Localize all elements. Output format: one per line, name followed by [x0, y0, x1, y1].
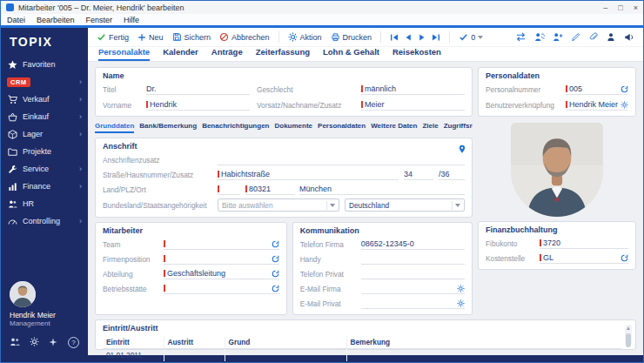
vorname-input[interactable]: Hendrik [146, 99, 250, 111]
cell-bemerkung[interactable] [346, 349, 621, 362]
menu-bearbeiten[interactable]: Bearbeiten [37, 16, 75, 24]
sidebar-item-projekte[interactable]: Projekte [1, 143, 88, 160]
column-header-bemerkung[interactable]: Bemerkung [346, 336, 621, 349]
sidebar-item-controlling[interactable]: Controlling › [1, 212, 88, 230]
team-input[interactable] [164, 239, 279, 250]
megaphone-icon[interactable] [624, 32, 634, 42]
abbrechen-button[interactable]: Abbrechen [219, 32, 270, 42]
record-check-counter[interactable]: 0 [459, 32, 483, 42]
hausnummer-zusatz-input[interactable]: /36 [439, 169, 465, 180]
benutzer-input[interactable]: Hendrik Meier [566, 99, 628, 111]
sidebar-item-favoriten[interactable]: Favoriten [1, 56, 88, 73]
plz-input[interactable]: 80321 [245, 184, 294, 195]
menu-hilfe[interactable]: Hilfe [124, 16, 139, 24]
minimize-button[interactable]: – [603, 3, 607, 12]
cell-eintritt[interactable]: 01.01.2011 [103, 349, 164, 362]
column-header-grund[interactable]: Grund [225, 336, 346, 349]
history-icon[interactable] [621, 85, 628, 93]
history-icon[interactable] [621, 254, 628, 262]
drucken-button[interactable]: Drucken [331, 32, 372, 42]
sidebar-item-crm[interactable]: CRM › [1, 73, 88, 91]
swap-icon[interactable] [515, 32, 527, 42]
tab-personalakte[interactable]: Personalakte [98, 47, 150, 61]
email-privat-input[interactable] [361, 298, 465, 309]
kostenstelle-input[interactable]: GL [540, 252, 628, 264]
table-row[interactable]: 01.01.2011 [103, 349, 621, 362]
column-header-austritt[interactable]: Austritt [164, 336, 225, 349]
user-avatar[interactable] [10, 281, 36, 307]
paperclip-icon[interactable] [588, 32, 598, 42]
handy-input[interactable] [361, 253, 465, 265]
next-record-icon[interactable] [418, 33, 426, 42]
anschriftenzusatz-input[interactable] [218, 154, 465, 165]
first-record-icon[interactable] [390, 33, 399, 42]
sidebar-item-einkauf[interactable]: Einkauf › [1, 108, 88, 125]
betriebsstaette-input[interactable] [164, 283, 279, 294]
history-icon[interactable] [272, 240, 279, 248]
email-firma-input[interactable] [361, 283, 465, 294]
land-input[interactable] [218, 184, 240, 195]
cell-grund[interactable] [225, 349, 346, 362]
sidebar-item-lager[interactable]: Lager › [1, 125, 88, 143]
hausnummer-input[interactable]: 34 [404, 169, 433, 180]
employee-photo[interactable] [511, 123, 603, 217]
last-record-icon[interactable] [432, 33, 440, 42]
sidebar-item-hr[interactable]: HR [1, 195, 88, 212]
tab-lohn-gehalt[interactable]: Lohn & Gehalt [323, 47, 379, 61]
tab-grunddaten[interactable]: Grunddaten [95, 122, 134, 133]
tab-kalender[interactable]: Kalender [163, 47, 198, 61]
close-button[interactable]: × [634, 3, 638, 12]
scrollbar-thumb[interactable] [626, 333, 631, 347]
bundesland-select[interactable]: Bitte auswählen [218, 198, 339, 212]
history-icon[interactable] [272, 255, 279, 263]
menu-datei[interactable]: Datei [7, 16, 25, 24]
tab-dokumente[interactable]: Dokumente [274, 122, 312, 133]
sidebar-item-service[interactable]: Service › [1, 160, 88, 178]
tab-zugriffsrechte[interactable]: Zugriffsrechte [444, 122, 473, 133]
sidebar-item-finance[interactable]: Finance › [1, 178, 88, 195]
telefon-privat-input[interactable] [361, 268, 465, 279]
firmenposition-input[interactable] [164, 253, 279, 265]
gear-icon[interactable] [621, 101, 628, 109]
geschlecht-input[interactable]: männlich [361, 84, 465, 95]
map-pin-icon[interactable] [458, 142, 466, 158]
ort-input[interactable]: München [299, 184, 465, 195]
sidebar-item-verkauf[interactable]: Verkauf › [1, 91, 88, 108]
tab-ziele[interactable]: Ziele [422, 122, 438, 133]
tab-zeiterfassung[interactable]: Zeiterfassung [256, 47, 310, 61]
user-plus-icon[interactable] [553, 32, 563, 42]
user-icon[interactable] [606, 32, 616, 42]
aktion-button[interactable]: Aktion [288, 32, 322, 42]
column-header-eintritt[interactable]: Eintritt [103, 336, 164, 349]
nachname-input[interactable]: Meier [361, 99, 465, 111]
personalnummer-input[interactable]: 005 [566, 84, 628, 95]
tab-reisekosten[interactable]: Reisekosten [392, 47, 441, 61]
pen-icon[interactable] [571, 32, 580, 42]
table-scrollbar[interactable] [625, 325, 632, 345]
history-icon[interactable] [272, 270, 279, 278]
tab-bank-bemerkung[interactable]: Bank/Bemerkung [139, 122, 197, 133]
tab-antraege[interactable]: Anträge [211, 47, 243, 61]
maximize-button[interactable]: □ [618, 3, 622, 12]
previous-record-icon[interactable] [404, 33, 413, 42]
help-icon[interactable]: ? [68, 337, 79, 348]
neu-button[interactable]: Neu [138, 33, 164, 42]
settings-gear-icon[interactable] [30, 334, 39, 350]
scroll-up-icon[interactable] [627, 326, 630, 330]
telefon-firma-input[interactable]: 08652-12345-0 [361, 239, 465, 250]
fertig-button[interactable]: Fertig [97, 32, 129, 42]
staatsangehoerigkeit-select[interactable]: Deutschland [345, 198, 465, 212]
fibukonto-input[interactable]: 3720 [540, 238, 628, 249]
tab-personaldaten[interactable]: Personaldaten [318, 122, 366, 133]
abteilung-input[interactable]: Geschäftsleitung [164, 268, 279, 279]
titel-input[interactable]: Dr. [146, 84, 250, 95]
menu-fenster[interactable]: Fenster [86, 16, 113, 24]
gear-icon[interactable] [457, 299, 465, 307]
user-sync-icon[interactable] [534, 32, 545, 42]
users-icon[interactable] [10, 334, 20, 350]
cell-austritt[interactable] [164, 349, 225, 362]
history-icon[interactable] [272, 285, 279, 292]
tab-weitere-daten[interactable]: Weitere Daten [371, 122, 417, 133]
tab-benachrichtigungen[interactable]: Benachrichtigungen [202, 122, 269, 133]
sparkle-icon[interactable] [49, 334, 57, 350]
